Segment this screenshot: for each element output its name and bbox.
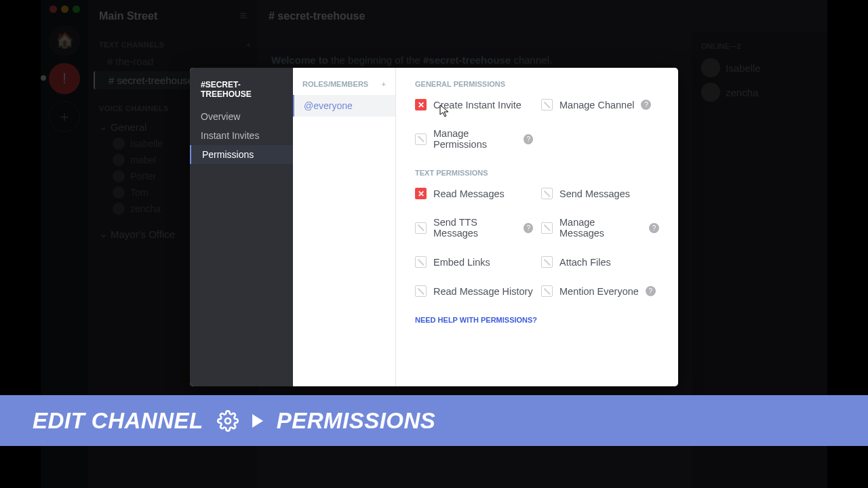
modal-title: #SECRET-TREEHOUSE xyxy=(190,80,293,107)
server-icon-home[interactable]: 🏠 xyxy=(49,25,80,56)
member-item[interactable]: Isabelle xyxy=(701,56,818,80)
add-role-icon[interactable]: + xyxy=(382,80,386,88)
hamburger-icon[interactable]: ≡ xyxy=(239,9,247,23)
perm-manage-permissions[interactable]: Manage Permissions? xyxy=(415,128,533,150)
add-channel-icon[interactable]: + xyxy=(246,41,251,49)
banner-permissions: PERMISSIONS xyxy=(277,408,436,434)
channel-settings-modal: #SECRET-TREEHOUSE Overview Instant Invit… xyxy=(190,68,678,386)
perm-manage-channel[interactable]: Manage Channel? xyxy=(541,99,659,110)
perm-mention-everyone[interactable]: Mention Everyone? xyxy=(541,285,659,297)
modal-sidebar: #SECRET-TREEHOUSE Overview Instant Invit… xyxy=(190,68,293,386)
window-controls[interactable] xyxy=(50,5,80,13)
help-icon[interactable]: ? xyxy=(524,134,533,144)
checkbox-neutral-icon[interactable] xyxy=(415,256,427,268)
perm-send-messages[interactable]: Send Messages xyxy=(541,188,659,199)
checkbox-neutral-icon[interactable] xyxy=(541,285,553,297)
permissions-panel: GENERAL PERMISSIONS ✕Create Instant Invi… xyxy=(396,68,678,386)
roles-header: ROLES/MEMBERS + xyxy=(293,80,395,95)
checkbox-neutral-icon[interactable] xyxy=(415,285,427,297)
nav-instant-invites[interactable]: Instant Invites xyxy=(190,126,293,145)
roles-column: ROLES/MEMBERS + @everyone xyxy=(293,68,396,386)
chevron-down-icon: ⌄ xyxy=(99,228,108,240)
server-icon-active[interactable]: ! xyxy=(49,63,80,94)
avatar xyxy=(701,83,720,102)
checkbox-deny-icon[interactable]: ✕ xyxy=(415,188,427,199)
banner-edit-channel: EDIT CHANNEL xyxy=(33,408,203,434)
add-server-button[interactable]: ＋ xyxy=(49,101,80,132)
checkbox-neutral-icon[interactable] xyxy=(541,99,553,110)
checkbox-neutral-icon[interactable] xyxy=(415,222,427,234)
server-name: Main Street xyxy=(99,10,157,22)
server-header[interactable]: Main Street ≡ xyxy=(88,0,258,33)
checkbox-deny-icon[interactable]: ✕ xyxy=(415,99,427,110)
members-online-header: ONLINE—2 xyxy=(701,42,818,50)
text-channels-header: TEXT CHANNELS+ xyxy=(88,33,258,52)
general-permissions-header: GENERAL PERMISSIONS xyxy=(415,80,659,88)
help-icon[interactable]: ? xyxy=(524,223,533,233)
perm-attach-files[interactable]: Attach Files xyxy=(541,256,659,268)
help-icon[interactable]: ? xyxy=(649,223,659,233)
perm-send-tts[interactable]: Send TTS Messages? xyxy=(415,217,533,239)
text-permissions-header: TEXT PERMISSIONS xyxy=(415,169,659,177)
svg-point-0 xyxy=(225,418,231,424)
checkbox-neutral-icon[interactable] xyxy=(541,222,553,234)
perm-read-history[interactable]: Read Message History xyxy=(415,285,533,297)
arrow-right-icon xyxy=(252,414,263,428)
checkbox-neutral-icon[interactable] xyxy=(415,134,427,145)
checkbox-neutral-icon[interactable] xyxy=(541,188,553,199)
checkbox-neutral-icon[interactable] xyxy=(541,256,553,268)
member-item[interactable]: zencha xyxy=(701,80,818,104)
perm-create-instant-invite[interactable]: ✕Create Instant Invite xyxy=(415,99,533,110)
tutorial-banner: EDIT CHANNEL PERMISSIONS xyxy=(0,395,868,446)
nav-permissions[interactable]: Permissions xyxy=(190,145,293,164)
avatar xyxy=(701,58,720,77)
role-everyone[interactable]: @everyone xyxy=(293,95,395,117)
help-icon[interactable]: ? xyxy=(646,286,656,296)
channel-header: # secret-treehouse xyxy=(258,0,827,33)
perm-read-messages[interactable]: ✕Read Messages xyxy=(415,188,533,199)
help-permissions-link[interactable]: NEED HELP WITH PERMISSIONS? xyxy=(415,316,659,324)
nav-overview[interactable]: Overview xyxy=(190,107,293,126)
help-icon[interactable]: ? xyxy=(641,100,651,110)
gear-icon xyxy=(217,410,239,432)
perm-manage-messages[interactable]: Manage Messages? xyxy=(541,217,659,239)
chevron-down-icon: ⌄ xyxy=(99,121,108,133)
perm-embed-links[interactable]: Embed Links xyxy=(415,256,533,268)
